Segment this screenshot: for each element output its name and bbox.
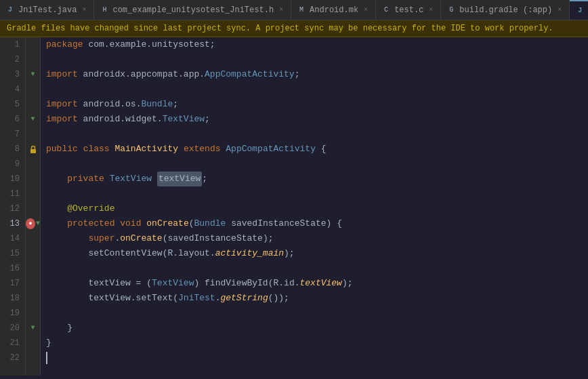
gutter: ▼ ▼ ● ▼ ▼	[26, 37, 41, 376]
gutter-16	[26, 261, 40, 276]
gutter-20: ▼	[26, 321, 40, 336]
gutter-22	[26, 351, 40, 365]
gutter-15	[26, 246, 40, 261]
line-num-8: 8	[5, 142, 20, 157]
tab-label: build.gradle (:app)	[459, 5, 552, 15]
gutter-21	[26, 336, 40, 351]
code-line-17: textView = (TextView) findViewById(R.id.…	[46, 276, 588, 291]
code-line-10: private TextView textView;	[46, 172, 588, 186]
code-line-7	[46, 127, 588, 142]
tab-close-icon[interactable]: ×	[362, 5, 370, 14]
line-num-22: 22	[5, 351, 20, 365]
tab-jni-test-h[interactable]: H com_example_unitysotest_JniTest.h ×	[94, 0, 291, 20]
line-num-11: 11	[5, 186, 20, 201]
gutter-10	[26, 172, 40, 186]
code-line-21: }	[46, 336, 588, 351]
line-num-12: 12	[5, 201, 20, 216]
tab-bar: J JniTest.java × H com_example_unitysote…	[0, 0, 588, 20]
tab-icon: J	[575, 6, 585, 16]
tab-icon: H	[100, 5, 109, 15]
tab-android-mk[interactable]: M Android.mk ×	[291, 0, 376, 20]
gutter-14	[26, 231, 40, 246]
line-num-7: 7	[5, 127, 20, 142]
line-num-19: 19	[5, 306, 20, 321]
tab-icon: M	[297, 5, 306, 15]
tab-jni-test-java[interactable]: J JniTest.java ×	[0, 0, 94, 20]
gutter-8	[26, 142, 40, 157]
tab-test-c[interactable]: C test.c ×	[376, 0, 441, 20]
code-line-22	[46, 351, 588, 365]
code-line-18: textView.setText(JniTest.getString());	[46, 291, 588, 306]
fold-marker-13[interactable]: ▼	[36, 216, 40, 231]
tab-close-icon[interactable]: ×	[80, 5, 88, 14]
gutter-19	[26, 306, 40, 321]
notification-text: Gradle files have changed since last pro…	[7, 24, 553, 33]
line-num-13: 13	[5, 216, 20, 231]
line-num-16: 16	[5, 261, 20, 276]
notification-bar: Gradle files have changed since last pro…	[0, 20, 588, 37]
code-line-14: super.onCreate(savedInstanceState);	[46, 231, 588, 246]
gutter-1	[26, 37, 40, 52]
code-area: package com.example.unitysotest; import …	[41, 37, 588, 376]
gutter-17	[26, 276, 40, 291]
line-num-20: 20	[5, 321, 20, 336]
code-line-2	[46, 52, 588, 67]
tab-label: Android.mk	[310, 5, 358, 15]
tab-main-activity[interactable]: J MainActivity.java ×	[570, 0, 588, 20]
tab-build-gradle[interactable]: G build.gradle (:app) ×	[441, 0, 570, 20]
tab-label: com_example_unitysotest_JniTest.h	[112, 5, 274, 15]
gutter-2	[26, 52, 40, 67]
code-line-6: import android.widget.TextView;	[46, 112, 588, 127]
line-numbers: 1 2 3 4 5 6 7 8 9 10 11 12 13 14 15 16 1…	[0, 37, 26, 376]
line-num-17: 17	[5, 276, 20, 291]
line-num-3: 3	[5, 67, 20, 82]
code-line-9	[46, 157, 588, 172]
fold-marker-20[interactable]: ▼	[30, 321, 35, 336]
code-line-19	[46, 306, 588, 321]
code-line-5: import android.os.Bundle;	[46, 97, 588, 112]
line-num-15: 15	[5, 246, 20, 261]
line-num-4: 4	[5, 82, 20, 97]
gutter-3: ▼	[26, 67, 40, 82]
tab-icon: J	[5, 5, 15, 15]
line-num-5: 5	[5, 97, 20, 112]
breakpoint-icon[interactable]: ●	[26, 218, 35, 229]
tab-close-icon[interactable]: ×	[555, 5, 564, 14]
code-line-3: import androidx.appcompat.app.AppCompatA…	[46, 67, 588, 82]
code-line-20: }	[46, 321, 588, 336]
gutter-7	[26, 127, 40, 142]
code-line-1: package com.example.unitysotest;	[46, 37, 588, 52]
line-num-6: 6	[5, 112, 20, 127]
gutter-13: ● ▼	[26, 216, 40, 231]
line-num-14: 14	[5, 231, 20, 246]
gutter-6: ▼	[26, 112, 40, 127]
line-num-21: 21	[5, 336, 20, 351]
lock-icon	[28, 144, 38, 154]
tab-close-icon[interactable]: ×	[427, 5, 435, 14]
tab-label: test.c	[394, 5, 423, 15]
code-line-4	[46, 82, 588, 97]
code-line-8: public class MainActivity extends AppCom…	[46, 142, 588, 157]
fold-marker-3[interactable]: ▼	[30, 67, 35, 82]
tab-icon: C	[381, 5, 391, 15]
line-num-10: 10	[5, 172, 20, 186]
gutter-18	[26, 291, 40, 306]
fold-marker-6[interactable]: ▼	[30, 112, 35, 127]
line-num-1: 1	[5, 37, 20, 52]
svg-rect-0	[30, 149, 36, 153]
code-line-13: protected void onCreate(Bundle savedInst…	[46, 216, 588, 231]
line-num-9: 9	[5, 157, 20, 172]
editor: 1 2 3 4 5 6 7 8 9 10 11 12 13 14 15 16 1…	[0, 37, 588, 376]
gutter-4	[26, 82, 40, 97]
line-num-18: 18	[5, 291, 20, 306]
tab-icon: G	[446, 5, 456, 15]
line-num-2: 2	[5, 52, 20, 67]
code-line-16	[46, 261, 588, 276]
tab-label: JniTest.java	[18, 5, 77, 15]
code-line-15: setContentView(R.layout.activity_main);	[46, 246, 588, 261]
code-line-11	[46, 186, 588, 201]
tab-close-icon[interactable]: ×	[277, 5, 285, 14]
gutter-5	[26, 97, 40, 112]
code-line-12: @Override	[46, 201, 588, 216]
gutter-11	[26, 186, 40, 201]
